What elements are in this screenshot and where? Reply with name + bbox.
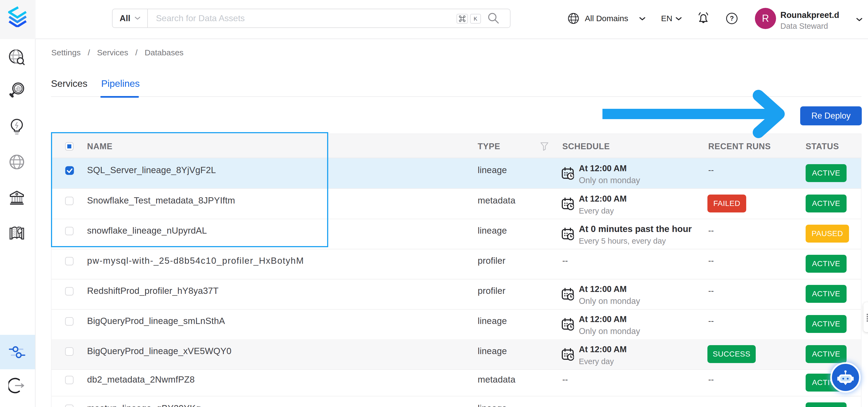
svg-text:?: ? bbox=[730, 14, 734, 22]
